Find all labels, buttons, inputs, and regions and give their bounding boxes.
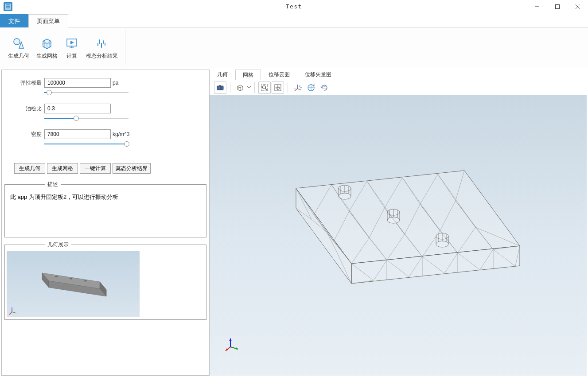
close-button[interactable] — [568, 0, 588, 13]
svg-text:x: x — [294, 87, 296, 89]
ribbon-group: 生成几何 生成网格 计算 模态分析结果 — [1, 30, 125, 65]
zoom-select-icon[interactable] — [258, 82, 271, 94]
tab-mesh[interactable]: 网格 — [235, 70, 261, 80]
param-poisson: 泊松比 — [15, 104, 196, 113]
param-elastic: 弹性模量 pa — [15, 78, 196, 88]
geometry-fieldset: 几何展示 — [4, 241, 206, 320]
one-click-button[interactable]: 一键计算 — [80, 163, 111, 174]
description-fieldset: 描述 此 app 为顶升固定板2，可以进行振动分析 — [4, 181, 206, 237]
svg-point-10 — [84, 280, 87, 282]
app-logo-icon — [4, 2, 12, 11]
ribbon-calculate[interactable]: 计算 — [61, 30, 82, 65]
svg-line-11 — [12, 312, 16, 313]
ribbon-gen-mesh[interactable]: 生成网格 — [33, 30, 61, 65]
ribbon-gen-geom[interactable]: 生成几何 — [4, 30, 33, 65]
waveform-icon — [95, 35, 109, 51]
parameters: 弹性模量 pa 泊松比 密度 kg/m^3 — [2, 70, 209, 159]
svg-point-22 — [263, 86, 266, 89]
tab-file[interactable]: 文件 — [0, 14, 28, 27]
3d-viewport[interactable] — [210, 95, 587, 376]
param-label: 泊松比 — [15, 105, 42, 113]
viewport-triad-icon — [224, 336, 241, 354]
window-title: Test — [286, 4, 302, 10]
param-unit: kg/m^3 — [113, 131, 129, 137]
svg-text:y: y — [300, 86, 302, 89]
action-buttons: 生成几何 生成网格 一键计算 莫态分析结界 — [2, 159, 209, 177]
fit-view-icon[interactable] — [272, 82, 284, 94]
poisson-input[interactable] — [44, 104, 111, 113]
rotate-xy-icon[interactable] — [305, 82, 317, 94]
titlebar: Test — [0, 0, 588, 13]
svg-rect-17 — [219, 85, 221, 86]
window-controls — [527, 0, 588, 13]
tab-disp-cloud[interactable]: 位移云图 — [261, 70, 297, 80]
svg-point-41 — [436, 241, 448, 247]
svg-point-16 — [220, 87, 221, 89]
sphere-cone-icon — [12, 35, 25, 51]
tab-page-menu[interactable]: 页面菜单 — [28, 14, 68, 27]
ribbon-label: 生成几何 — [8, 52, 29, 60]
dropdown-icon[interactable] — [247, 86, 251, 89]
modal-result-button[interactable]: 莫态分析结界 — [113, 163, 151, 174]
param-label: 弹性模量 — [15, 79, 42, 87]
geometry-preview[interactable] — [7, 251, 140, 317]
axis-triad-icon[interactable]: zyx — [292, 82, 304, 94]
menu-tabs: 文件 页面菜单 — [0, 13, 588, 27]
svg-line-12 — [9, 312, 12, 315]
svg-rect-19 — [238, 88, 239, 89]
ribbon-label: 生成网格 — [36, 52, 58, 60]
view-tabs: 几何 网格 位移云图 位移矢量图 — [210, 70, 587, 80]
svg-point-8 — [55, 276, 58, 277]
view-toolbar: zyx — [210, 80, 587, 95]
svg-line-23 — [265, 88, 267, 90]
geometry-legend: 几何展示 — [45, 241, 71, 249]
param-unit: pa — [113, 80, 118, 86]
tab-geometry[interactable]: 几何 — [210, 70, 235, 80]
svg-point-2 — [14, 39, 20, 45]
ribbon-label: 计算 — [66, 52, 77, 60]
main-area: 弹性模量 pa 泊松比 密度 kg/m^3 — [0, 68, 588, 377]
param-density: 密度 kg/m^3 — [15, 129, 196, 139]
poisson-slider[interactable] — [44, 115, 129, 121]
side-panel: 弹性模量 pa 泊松比 密度 kg/m^3 — [1, 70, 210, 376]
svg-point-9 — [70, 278, 72, 280]
svg-point-37 — [339, 193, 351, 199]
density-slider[interactable] — [44, 141, 129, 147]
ribbon: 生成几何 生成网格 计算 模态分析结果 — [0, 27, 588, 68]
minimize-button[interactable] — [527, 0, 547, 13]
camera-icon[interactable] — [214, 82, 226, 94]
description-legend: 描述 — [45, 181, 61, 188]
description-text: 此 app 为顶升固定板2，可以进行振动分析 — [5, 188, 206, 237]
play-monitor-icon — [65, 35, 78, 51]
maximize-button[interactable] — [547, 0, 568, 13]
gen-mesh-button[interactable]: 生成网格 — [47, 163, 78, 174]
svg-rect-18 — [238, 87, 239, 88]
svg-rect-20 — [238, 89, 239, 89]
tab-disp-vec[interactable]: 位移矢量图 — [297, 70, 339, 80]
svg-marker-47 — [229, 338, 232, 341]
svg-point-32 — [322, 86, 327, 89]
cube-mesh-icon — [40, 35, 54, 51]
content-area: 几何 网格 位移云图 位移矢量图 zyx — [210, 70, 587, 376]
param-label: 密度 — [15, 131, 42, 138]
elastic-input[interactable] — [44, 78, 111, 88]
ribbon-label: 模态分析结果 — [86, 52, 118, 60]
gen-geom-button[interactable]: 生成几何 — [14, 163, 45, 174]
rainbow-cube-icon[interactable] — [234, 82, 246, 94]
rotate-z-icon[interactable] — [318, 82, 331, 94]
svg-point-39 — [387, 217, 400, 223]
svg-rect-1 — [556, 5, 560, 9]
density-input[interactable] — [44, 129, 111, 139]
elastic-slider[interactable] — [44, 89, 129, 96]
ribbon-modal-result[interactable]: 模态分析结果 — [82, 30, 121, 65]
